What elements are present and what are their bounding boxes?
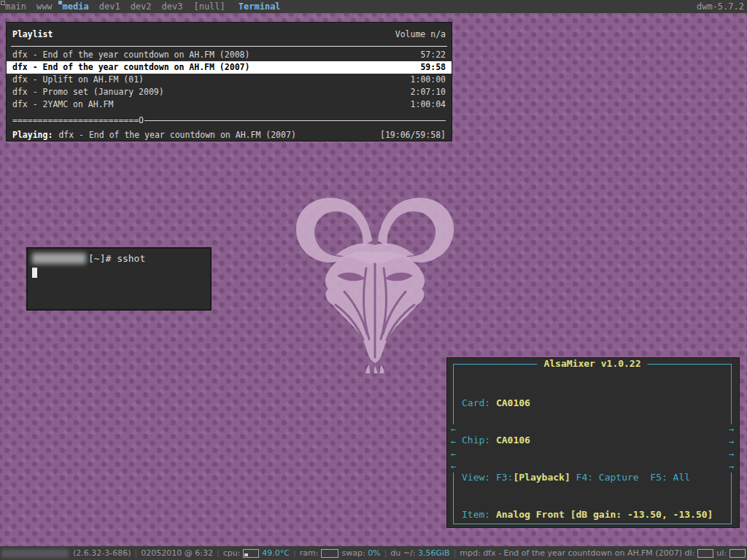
progress-remaining-line — [144, 120, 446, 121]
tag-dev1[interactable]: dev1 — [94, 0, 125, 13]
chip-value: CA0106 — [496, 435, 530, 446]
swap-value: 0% — [368, 548, 380, 558]
tag-www[interactable]: www — [31, 0, 58, 13]
arrow-left-icon: ← — [449, 449, 458, 460]
playlist-track-row[interactable]: dfx - Promo set (January 2009)2:07:10 — [7, 86, 452, 98]
mpd-playlist-window[interactable]: Playlist Volume n/a dfx - End of the yea… — [6, 22, 452, 141]
arrow-right-icon: → — [727, 437, 736, 448]
ram-meter-icon — [321, 549, 338, 558]
kernel-version: (2.6.32-3-686) — [73, 548, 131, 558]
terminal-cursor — [32, 268, 37, 278]
tag-dev3[interactable]: dev3 — [157, 0, 188, 13]
playlist-track-row[interactable]: dfx - End of the year countdown on AH.FM… — [7, 49, 452, 61]
du-label: du ~/: — [390, 548, 415, 558]
arrow-right-icon: → — [727, 424, 736, 435]
track-time: 59:58 — [420, 61, 446, 74]
tag-label: main — [5, 1, 26, 12]
card-line: Card: CA0106 — [462, 397, 731, 409]
view-mode: [Playback] — [513, 472, 570, 483]
cpu-label: cpu: — [223, 548, 241, 558]
item-value: Analog Front [dB gain: -13.50, -13.50] — [496, 509, 713, 520]
track-time: 1:00:00 — [411, 74, 446, 86]
track-time: 2:07:10 — [411, 86, 446, 98]
wm-version: dwm-5.7.2 — [697, 1, 744, 12]
mpd-label: mpd: — [460, 548, 480, 558]
separator: | — [384, 548, 387, 558]
terminal-window[interactable]: [~]# sshot — [26, 247, 212, 311]
swap-label: swap: — [341, 548, 365, 558]
tag-label: dev2 — [131, 1, 152, 12]
tag-main[interactable]: main — [0, 0, 31, 13]
item-line: Item: Analog Front [dB gain: -13.50, -13… — [462, 508, 731, 521]
redacted-host-blob — [1, 549, 69, 558]
view-other-keys: F4: Capture F5: All — [570, 472, 690, 483]
progress-filled: =========================O — [12, 115, 144, 125]
arrow-right-icon: → — [727, 449, 736, 460]
playlist-track-list: dfx - End of the year countdown on AH.FM… — [7, 49, 452, 111]
volume-label: Volume n/a — [395, 28, 446, 40]
playlist-title: Playlist — [12, 28, 53, 40]
tag-label: dev3 — [162, 1, 183, 12]
dl-meter-icon — [697, 549, 713, 558]
tag-label: media — [63, 1, 89, 12]
ul-meter-icon — [729, 549, 746, 558]
network-meters: dl: ul: — [685, 548, 746, 558]
track-name: dfx - 2YAMC on AH.FM — [12, 98, 113, 111]
cpu-meter-icon — [243, 549, 259, 558]
playing-time: [19:06/59:58] — [380, 129, 446, 141]
tag-indicator — [1, 1, 5, 5]
header-separator — [11, 46, 447, 47]
chip-line: Chip: CA0106 — [462, 434, 731, 446]
playlist-track-row[interactable]: dfx - End of the year countdown on AH.FM… — [7, 61, 452, 74]
ul-label: ul: — [716, 548, 727, 558]
focused-window-title: Terminal — [239, 1, 281, 12]
playlist-track-row[interactable]: dfx - 2YAMC on AH.FM1:00:04 — [7, 98, 452, 111]
desktop: mainwwwmediadev1dev2dev3 [null] Terminal… — [0, 0, 747, 560]
tag-indicator — [58, 1, 62, 4]
layout-symbol[interactable]: [null] — [187, 1, 231, 12]
tag-dev2[interactable]: dev2 — [125, 0, 157, 13]
redacted-hostname — [32, 253, 86, 264]
track-name: dfx - Uplift on AH.FM (01) — [12, 74, 144, 86]
tag-list: mainwwwmediadev1dev2dev3 — [0, 0, 187, 13]
arrow-left-icon: ← — [449, 462, 458, 472]
track-name: dfx - End of the year countdown on AH.FM… — [12, 61, 249, 74]
separator: | — [293, 548, 296, 558]
view-f3-key: F3: — [496, 472, 513, 483]
arrow-left-icon: ← — [449, 424, 458, 435]
scroll-right-arrows: →→→→ — [727, 424, 736, 472]
arrow-left-icon: ← — [449, 437, 458, 448]
arrow-right-icon: → — [727, 462, 736, 472]
card-value: CA0106 — [496, 397, 530, 408]
cpu-temp: 49.0°C — [262, 548, 290, 558]
dl-label: dl: — [685, 548, 695, 558]
track-name: dfx - End of the year countdown on AH.FM… — [12, 49, 249, 61]
terminal-prompt: [~]# — [88, 253, 111, 264]
alsamixer-frame: AlsaMixer v1.0.22 Card: CA0106 Chip: CA0… — [453, 364, 732, 524]
ram-label: ram: — [300, 548, 319, 558]
terminal-command — [111, 253, 117, 264]
status-bar: (2.6.32-3-686) | 02052010 @ 6:32 | cpu: … — [0, 546, 747, 560]
playback-progress-bar[interactable]: =========================O — [7, 115, 452, 125]
tag-media[interactable]: media — [58, 0, 94, 13]
scroll-left-arrows: ←←←← — [449, 424, 458, 472]
playlist-track-row[interactable]: dfx - Uplift on AH.FM (01)1:00:00 — [7, 74, 452, 86]
playlist-header: Playlist Volume n/a — [7, 23, 452, 40]
datetime: 02052010 @ 6:32 — [141, 548, 213, 558]
view-line: View: F3:[Playback] F4: Capture F5: All — [462, 471, 731, 483]
separator: | — [217, 548, 220, 558]
alsamixer-title: AlsaMixer v1.0.22 — [537, 358, 647, 369]
separator: | — [454, 548, 457, 558]
mpd-now-playing: dfx - End of the year countdown on AH.FM… — [483, 548, 682, 558]
alsamixer-info: Card: CA0106 Chip: CA0106 View: F3:[Play… — [454, 365, 731, 545]
du-value: 3.56GiB — [418, 548, 450, 558]
alsamixer-window[interactable]: AlsaMixer v1.0.22 Card: CA0106 Chip: CA0… — [446, 357, 740, 528]
tag-label: dev1 — [99, 1, 120, 12]
separator: | — [135, 548, 138, 558]
track-time: 57:22 — [420, 49, 446, 61]
now-playing-status: Playing: dfx - End of the year countdown… — [7, 129, 452, 141]
track-time: 1:00:04 — [411, 98, 446, 111]
playing-track: dfx - End of the year countdown on AH.FM… — [58, 129, 295, 141]
tag-label: www — [36, 1, 53, 12]
playing-label: Playing: — [12, 129, 53, 141]
